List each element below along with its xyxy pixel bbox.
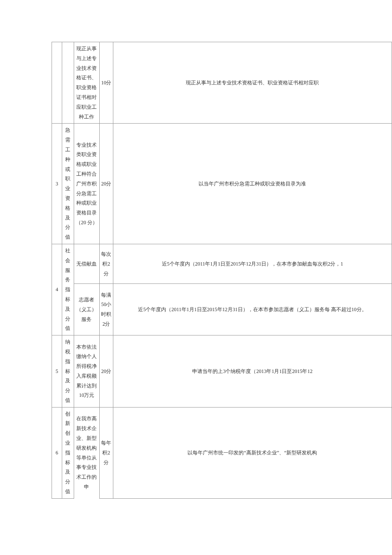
cell-desc: 申请当年的上3个纳税年度（2013年1月1日至2015年12 [113,335,392,408]
cell-score: 20分 [99,124,113,244]
cell-num: 5 [52,335,62,408]
cell-score: 10分 [99,42,113,124]
cell-desc: 以当年广州市积分急需工种或职业资格目录为准 [113,124,392,244]
cell-num-empty [52,42,62,124]
cell-score: 20分 [99,335,113,408]
cell-category: 纳税指标及分值 [62,335,74,408]
cell-item: 本市依法缴纳个人所得税净入库税额累计达到10万元 [74,335,99,408]
cell-desc: 以每年广州市统一印发的“高新技术企业”、“新型研发机构 [113,407,392,498]
table-row: 志愿者（义工）服务 每满50小时积2分 近5个年度内（2011年1月1日至201… [52,284,392,335]
table-row: 现正从事与上述专业技术资格证书、职业资格证书相对应职业工种工作 10分 现正从事… [52,42,392,124]
cell-category: 创新创业指标及分值 [62,407,74,498]
cell-score: 每年积2分 [99,407,113,498]
cell-score: 每次积2分 [99,244,113,283]
cell-item: 志愿者（义工）服务 [74,284,99,335]
cell-item: 现正从事与上述专业技术资格证书、职业资格证书相对应职业工种工作 [74,42,99,124]
cell-num: 4 [52,244,62,335]
scoring-table: 现正从事与上述专业技术资格证书、职业资格证书相对应职业工种工作 10分 现正从事… [52,42,392,499]
cell-item: 无偿献血 [74,244,99,283]
cell-item: 在我市高新技术企业、新型研发机构等单位从事专业技术工作的申 [74,407,99,498]
cell-category: 急需工种或职业资格及分值 [62,124,74,244]
table-row: 4 社会服务指标及分值 无偿献血 每次积2分 近5个年度内（2011年1月1日至… [52,244,392,283]
cell-desc: 近5个年度内（2011年1月1日至2015年12月31日），在本市参加志愿者（义… [113,284,392,335]
cell-category: 社会服务指标及分值 [62,244,74,335]
table-row: 6 创新创业指标及分值 在我市高新技术企业、新型研发机构等单位从事专业技术工作的… [52,407,392,498]
cell-desc: 近5个年度内（2011年1月1日至2015年12月31日），在本市参加献血每次积… [113,244,392,283]
cell-num: 6 [52,407,62,498]
document-table-container: 现正从事与上述专业技术资格证书、职业资格证书相对应职业工种工作 10分 现正从事… [52,42,392,499]
cell-category-empty [62,42,74,124]
cell-score: 每满50小时积2分 [99,284,113,335]
cell-desc: 现正从事与上述专业技术资格证书、职业资格证书相对应职 [113,42,392,124]
cell-item: 专业技术类职业资格或职业工种符合广州市积分急需工种或职业资格目录（20 分） [74,124,99,244]
cell-num: 3 [52,124,62,244]
table-row: 5 纳税指标及分值 本市依法缴纳个人所得税净入库税额累计达到10万元 20分 申… [52,335,392,408]
table-row: 3 急需工种或职业资格及分值 专业技术类职业资格或职业工种符合广州市积分急需工种… [52,124,392,244]
